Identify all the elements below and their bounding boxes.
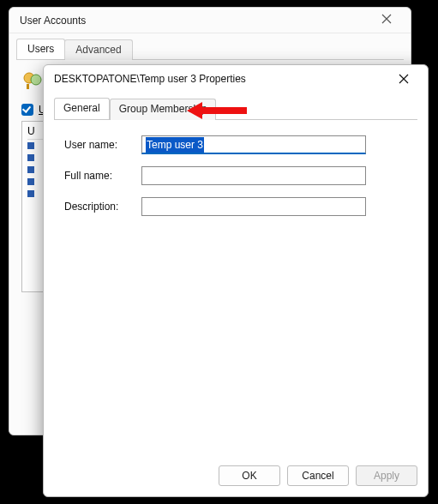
user-icon [27,166,34,173]
svg-rect-2 [27,84,29,89]
user-properties-dialog: DESKTOPATONE\Temp user 3 Properties Gene… [43,64,429,497]
ok-button[interactable]: OK [219,465,280,486]
user-icon [27,142,34,149]
tab-advanced[interactable]: Advanced [64,39,132,60]
svg-point-1 [31,75,41,85]
description-input[interactable] [141,197,366,216]
username-selected-text: Temp user 3 [146,137,204,153]
row-fullname: Full name: [64,166,407,185]
tab-users[interactable]: Users [16,39,65,59]
checkbox-checked-icon[interactable] [21,104,33,116]
label-username: User name: [64,139,141,151]
dialog-button-bar: OK Cancel Apply [219,465,417,486]
close-icon[interactable] [385,67,423,91]
row-description: Description: [64,197,407,216]
prop-tab-area: General Group Membership User name: Temp… [54,98,417,235]
prop-tabstrip: General Group Membership [54,98,417,120]
username-input[interactable]: Temp user 3 [141,135,366,154]
users-keys-icon [21,70,44,95]
user-icon [27,190,34,197]
prop-title: DESKTOPATONE\Temp user 3 Properties [54,73,246,85]
row-username: User name: Temp user 3 [64,135,407,154]
ua-tabstrip: Users Advanced [16,39,404,60]
cancel-button[interactable]: Cancel [287,465,349,486]
ua-title: User Accounts [20,15,86,27]
user-icon [27,154,34,161]
tab-group-membership[interactable]: Group Membership [110,99,217,120]
label-fullname: Full name: [64,170,141,182]
apply-button: Apply [356,465,417,486]
fullname-input[interactable] [141,166,366,185]
tab-general[interactable]: General [54,98,110,119]
prop-body: User name: Temp user 3 Full name: Descri… [54,120,417,235]
close-icon[interactable] [369,14,404,27]
ua-titlebar: User Accounts [9,8,411,33]
user-icon [27,178,34,185]
prop-titlebar: DESKTOPATONE\Temp user 3 Properties [44,65,428,93]
label-description: Description: [64,201,141,213]
